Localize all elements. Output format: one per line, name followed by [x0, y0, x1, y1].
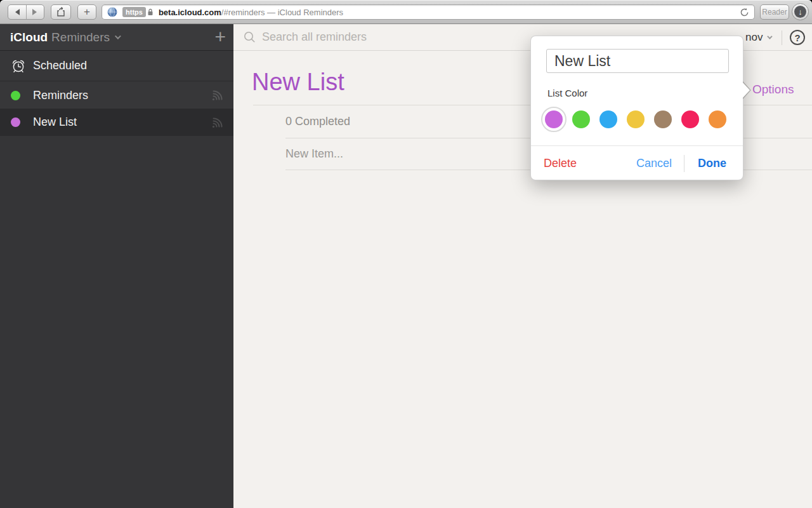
https-badge: https — [122, 7, 146, 17]
footer-divider — [684, 155, 684, 172]
color-swatch-dot — [681, 110, 699, 128]
new-item-placeholder[interactable]: New Item... — [285, 138, 343, 170]
done-button[interactable]: Done — [698, 146, 726, 180]
header-divider — [782, 30, 782, 45]
sidebar: iCloud Reminders + Scheduled Reminders — [0, 24, 233, 508]
history-nav-group — [8, 4, 44, 20]
sidebar-header: iCloud Reminders + — [0, 24, 233, 51]
sidebar-item-label: New List — [33, 116, 77, 129]
shared-list-icon — [211, 88, 225, 102]
list-color-label: List Color — [547, 88, 587, 98]
reader-label: Reader — [762, 8, 787, 17]
back-button[interactable] — [8, 5, 27, 19]
color-swatch[interactable] — [541, 107, 566, 132]
color-swatch[interactable] — [650, 107, 676, 132]
url-path: /#reminders — iCloud Reminders — [221, 8, 343, 17]
sidebar-item-new-list[interactable]: New List — [0, 109, 233, 136]
color-swatch[interactable] — [568, 107, 594, 132]
completed-count: 0 Completed — [285, 105, 350, 138]
sidebar-item-label: Scheduled — [33, 59, 87, 72]
list-options-popover: List Color Delete Cancel Done — [530, 36, 743, 180]
back-arrow-icon — [14, 8, 20, 16]
shared-list-icon — [211, 116, 225, 130]
color-swatch[interactable] — [678, 107, 703, 132]
forward-arrow-icon — [32, 8, 38, 16]
color-swatch-dot — [709, 110, 726, 128]
question-mark-icon: ? — [794, 32, 800, 43]
share-icon — [56, 7, 66, 17]
reload-button[interactable] — [740, 8, 749, 17]
sidebar-item-scheduled[interactable]: Scheduled — [0, 51, 233, 81]
new-tab-button[interactable]: + — [77, 4, 96, 20]
app-switcher[interactable]: Reminders — [51, 30, 110, 44]
account-menu[interactable]: nov — [745, 24, 771, 51]
list-name-input[interactable] — [546, 49, 729, 73]
chevron-down-icon — [115, 33, 121, 39]
list-color-dot — [11, 117, 27, 127]
reader-button[interactable]: Reader — [760, 4, 789, 20]
icloud-logo-text: iCloud — [10, 30, 48, 44]
download-arrow-icon: ↓ — [794, 6, 806, 18]
page-title: New List — [252, 69, 344, 96]
sidebar-item-reminders[interactable]: Reminders — [0, 82, 233, 109]
color-swatch[interactable] — [623, 107, 648, 132]
color-swatch[interactable] — [705, 107, 730, 132]
color-swatch-dot — [627, 110, 645, 128]
add-list-button[interactable]: + — [214, 26, 226, 48]
color-swatch[interactable] — [596, 107, 621, 132]
site-globe-icon — [107, 7, 117, 17]
lock-icon — [147, 8, 154, 16]
help-button[interactable]: ? — [790, 30, 805, 45]
downloads-button[interactable]: ↓ — [792, 3, 809, 20]
sidebar-item-label: Reminders — [33, 89, 88, 102]
cancel-button[interactable]: Cancel — [636, 146, 672, 180]
plus-icon: + — [84, 6, 90, 18]
color-swatch-dot — [572, 110, 590, 128]
options-button[interactable]: Options — [752, 83, 794, 97]
share-button[interactable] — [51, 4, 71, 20]
color-swatch-row — [541, 107, 730, 132]
search-icon — [244, 31, 256, 43]
alarm-clock-icon — [11, 58, 27, 74]
address-bar[interactable]: https beta.icloud.com /#reminders — iClo… — [102, 4, 755, 20]
popover-footer: Delete Cancel Done — [531, 145, 743, 181]
icloud-reminders-window: + https beta.icloud.com /#reminders — iC… — [0, 0, 812, 508]
browser-toolbar: + https beta.icloud.com /#reminders — iC… — [0, 0, 812, 24]
url-domain: beta.icloud.com — [159, 8, 221, 17]
color-swatch-dot — [599, 110, 617, 128]
account-name: nov — [745, 31, 763, 44]
color-swatch-dot — [545, 110, 563, 128]
color-swatch-dot — [654, 110, 672, 128]
list-color-dot — [11, 91, 27, 100]
delete-button[interactable]: Delete — [544, 146, 577, 180]
forward-button[interactable] — [27, 5, 44, 19]
